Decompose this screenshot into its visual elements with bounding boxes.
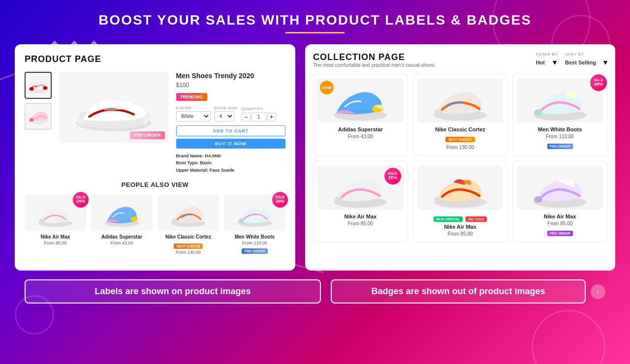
collection-header: COLLECTION PAGE The most comfortable and…	[313, 52, 607, 68]
svg-point-12	[130, 217, 138, 221]
also-card-1: SALE 29% Nike Air Max From 85.00	[25, 194, 86, 255]
sort-label: SORT BY	[565, 52, 607, 57]
svg-point-1	[29, 87, 33, 91]
best-choice-badge-2: BEST CHOICE	[445, 137, 475, 142]
sort-select[interactable]: Best Selling	[565, 60, 602, 65]
svg-point-28	[534, 196, 542, 203]
also-view-title: PEOPLE ALSO VIEW	[25, 181, 285, 188]
coll-card-name-1: Adidas Superstar	[317, 126, 404, 132]
product-name: Men Shoes Trendy 2020	[176, 72, 286, 80]
also-card-price-4: From 110.00	[224, 241, 285, 245]
product-thumbnails	[25, 72, 52, 174]
sort-group: SORT BY Best Selling ▾	[565, 52, 607, 67]
coll-card-price-4: From 85.00	[317, 221, 404, 226]
qty-plus-button[interactable]: +	[267, 113, 276, 121]
coll-card-price-3: From 110.00	[517, 134, 603, 139]
product-price: $100	[176, 82, 286, 89]
sort-chevron-icon: ▾	[603, 58, 607, 67]
sort-select-wrapper: Best Selling ▾	[565, 58, 607, 67]
coll-card-2: Nike Classic Cortez BEST CHOICE From 130…	[413, 74, 508, 156]
quantity-input[interactable]	[252, 112, 266, 121]
also-card-image-3	[158, 194, 219, 231]
boot-type-value: Basic	[200, 160, 212, 165]
quantity-controls: − +	[242, 112, 276, 121]
sale-circle-badge-3: SALE 49%	[590, 74, 607, 91]
svg-point-2	[43, 86, 47, 90]
coll-card-image-2	[417, 78, 504, 122]
new-arrival-badge-5: NEW ARRIVAL	[434, 216, 463, 222]
thumbnail-2[interactable]	[25, 103, 52, 130]
svg-point-14	[172, 218, 177, 223]
sale-badge-4: SALE 49%	[272, 192, 288, 208]
collection-page-panel: COLLECTION PAGE The most comfortable and…	[305, 44, 615, 271]
qty-minus-button[interactable]: −	[242, 113, 251, 121]
coll-card-5: NEW ARRIVAL BIG SALE Nike Air Max From 8…	[413, 161, 508, 243]
pre-order-label-4: PRE-ORDER	[242, 248, 267, 254]
boot-type-label: Boot Type:	[176, 160, 199, 165]
product-section: PRE-ORDER Men Shoes Trendy 2020 $100 TRE…	[25, 72, 285, 174]
coll-card-price-6: From 85.00	[517, 221, 603, 226]
coll-card-price-1: From 43.00	[317, 134, 404, 139]
coll-card-4: SALE 29% Nike Air Max From 85.00	[313, 161, 408, 243]
filter-select[interactable]: Hot	[536, 60, 551, 65]
coll-badge-area-2: BEST CHOICE	[417, 134, 504, 143]
collection-grid: NEW Adidas Superstar From 43.00	[313, 74, 607, 243]
coll-badge-area-3: PRE-ORDER	[517, 141, 603, 150]
best-choice-badge: BEST CHOICE	[174, 243, 203, 249]
panels-container: PRODUCT PAGE	[15, 44, 615, 271]
svg-point-16	[238, 218, 244, 223]
upper-material-label: Upper Material:	[176, 168, 209, 173]
thumbnail-1[interactable]	[25, 72, 52, 99]
coll-badge-area-6: PRE-ORDER	[517, 228, 603, 237]
collection-title-block: COLLECTION PAGE The most comfortable and…	[313, 52, 436, 68]
svg-point-24	[334, 196, 343, 203]
also-card-name-1: Nike Air Max	[25, 234, 86, 240]
buy-it-now-button[interactable]: BUY IT NOW	[176, 139, 286, 149]
page-title: BOOST YOUR SALES WITH PRODUCT LABELS & B…	[15, 12, 615, 28]
coll-card-6: Nike Air Max From 85.00 PRE-ORDER	[512, 161, 607, 243]
also-view-grid: SALE 29% Nike Air Max From 85.00	[25, 194, 285, 255]
coll-card-image-5	[417, 165, 504, 210]
svg-point-4	[29, 118, 33, 121]
product-options-row: COLOR White SHOE SIZE 4 QUAN	[176, 106, 286, 121]
sale-badge-1: SALE 29%	[73, 192, 89, 208]
new-badge-1: NEW	[320, 81, 334, 94]
coll-card-price-5: From 85.00	[417, 231, 504, 237]
collection-subtitle: The most comfortable and practical men's…	[313, 62, 436, 68]
also-card-price-1: From 85.00	[25, 241, 86, 245]
pre-order-badge-3: PRE-ORDER	[547, 144, 573, 149]
main-product-image: PRE-ORDER	[59, 72, 169, 143]
product-page-panel: PRODUCT PAGE	[15, 44, 295, 271]
filter-chevron-icon: ▾	[553, 58, 557, 67]
coll-card-name-2: Nike Classic Cortez	[417, 126, 504, 132]
also-card-name-2: Adidas Superstar	[91, 234, 153, 240]
svg-point-22	[534, 109, 542, 116]
product-meta: Brand Name: HAJINK Boot Type: Basic Uppe…	[176, 152, 286, 174]
coll-card-image-3: SALE 49%	[517, 78, 603, 122]
coll-card-price-2: From 130.00	[417, 145, 504, 150]
sale-circle-badge-4: SALE 29%	[384, 168, 401, 184]
product-page-title: PRODUCT PAGE	[25, 54, 285, 64]
color-select[interactable]: White	[176, 111, 211, 121]
coll-card-name-5: Nike Air Max	[417, 224, 504, 230]
size-select[interactable]: 4	[215, 111, 234, 121]
labels-description: Labels are shown on product images	[25, 279, 321, 303]
also-card-image-4: SALE 49%	[224, 194, 285, 231]
brand-label: Brand Name:	[176, 153, 204, 158]
coll-card-name-3: Men White Boots	[517, 126, 603, 132]
color-group: COLOR White	[176, 106, 211, 121]
coll-card-image-6	[517, 165, 603, 210]
add-to-cart-button[interactable]: ADD TO CART	[176, 125, 286, 136]
also-card-name-4: Men White Boots	[224, 234, 285, 240]
filter-label: FILTER BY	[536, 52, 558, 57]
badges-description: Badges are shown out of product images	[331, 279, 586, 303]
also-card-price-3: From 130.00	[158, 250, 219, 255]
quantity-label: QUANTITY	[242, 107, 276, 111]
coll-card-1: NEW Adidas Superstar From 43.00	[313, 74, 408, 156]
product-pre-order-badge: PRE-ORDER	[130, 131, 164, 139]
svg-point-26	[434, 196, 442, 203]
also-card-4: SALE 49% Men White Boots From 110.00	[224, 194, 285, 255]
also-card-image-2	[91, 194, 153, 231]
upper-material-value: Faux Suede	[210, 168, 235, 173]
collection-controls: FILTER BY Hot ▾ SORT BY Best Selling	[536, 52, 607, 67]
